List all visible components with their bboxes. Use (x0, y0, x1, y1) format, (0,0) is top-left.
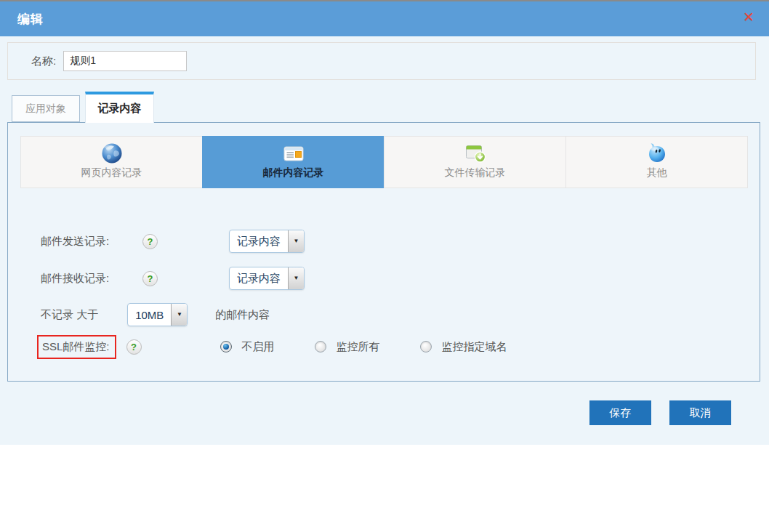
name-label: 名称: (31, 55, 56, 68)
help-icon[interactable]: ? (142, 271, 158, 286)
radio-option-disable: 不启用 (220, 340, 275, 354)
mail-send-record-label: 邮件发送记录: (41, 235, 142, 249)
chevron-down-icon[interactable]: ▼ (171, 304, 187, 326)
selected-option: 10MB (128, 304, 171, 326)
dialog-titlebar: 编辑 ✕ (0, 0, 769, 36)
ssl-monitor-label: SSL邮件监控: (37, 335, 116, 359)
chevron-down-icon[interactable]: ▼ (288, 230, 304, 252)
close-icon[interactable]: ✕ (743, 10, 754, 24)
record-content-panel: 网页内容记录 邮件内容记录 (7, 122, 760, 382)
mail-record-form: 邮件发送记录: ? 记录内容 ▼ 邮件接收记录: ? 记录内容 ▼ (41, 229, 760, 359)
size-limit-row: 不记录 大于 10MB ▼ 的邮件内容 (41, 302, 760, 327)
size-limit-prefix: 不记录 大于 (41, 308, 98, 322)
card-web-content-record[interactable]: 网页内容记录 (20, 136, 203, 188)
name-row: 名称: (7, 42, 756, 80)
save-button[interactable]: 保存 (589, 400, 651, 425)
chevron-down-icon[interactable]: ▼ (288, 267, 304, 289)
selected-option: 记录内容 (230, 230, 288, 252)
help-icon[interactable]: ? (126, 339, 142, 355)
dialog-body: 名称: 应用对象 记录内容 (0, 36, 769, 445)
card-label: 文件传输记录 (445, 166, 506, 180)
mail-receive-record-row: 邮件接收记录: ? 记录内容 ▼ (41, 266, 760, 291)
mail-receive-record-select[interactable]: 记录内容 ▼ (229, 267, 305, 290)
tab-application-object[interactable]: 应用对象 (12, 95, 80, 122)
name-input[interactable] (63, 51, 187, 71)
mail-icon (282, 142, 305, 165)
size-limit-select[interactable]: 10MB ▼ (127, 303, 188, 326)
chat-bubble-icon (645, 142, 669, 165)
card-label: 邮件内容记录 (263, 166, 324, 180)
selected-option: 记录内容 (230, 267, 288, 289)
cancel-button[interactable]: 取消 (669, 400, 731, 425)
radio-option-monitor-domains: 监控指定域名 (420, 340, 507, 354)
radio-monitor-all[interactable] (315, 341, 326, 352)
category-card-row: 网页内容记录 邮件内容记录 (20, 136, 748, 188)
mail-send-record-row: 邮件发送记录: ? 记录内容 ▼ (41, 229, 760, 254)
file-transfer-icon (464, 142, 487, 165)
tab-record-content[interactable]: 记录内容 (85, 92, 154, 123)
card-label: 其他 (647, 166, 667, 180)
card-other[interactable]: 其他 (565, 136, 748, 188)
radio-monitor-domains[interactable] (420, 341, 432, 352)
card-file-transfer-record[interactable]: 文件传输记录 (384, 136, 566, 188)
help-icon[interactable]: ? (142, 234, 158, 249)
edit-dialog: 编辑 ✕ 名称: 应用对象 记录内容 (0, 0, 769, 532)
dialog-title: 编辑 (17, 11, 44, 28)
action-bar: 保存 取消 (0, 400, 731, 425)
size-limit-suffix: 的邮件内容 (215, 308, 270, 322)
radio-label: 不启用 (242, 340, 275, 354)
mail-receive-record-label: 邮件接收记录: (41, 272, 142, 286)
globe-icon (100, 142, 124, 165)
ssl-monitor-row: SSL邮件监控: ? 不启用 监控所有 监控指定域名 (41, 334, 760, 359)
card-label: 网页内容记录 (81, 166, 142, 180)
card-mail-content-record[interactable]: 邮件内容记录 (202, 136, 384, 188)
mail-send-record-select[interactable]: 记录内容 ▼ (229, 230, 305, 253)
radio-label: 监控指定域名 (442, 340, 507, 354)
radio-option-monitor-all: 监控所有 (315, 340, 380, 354)
tab-bar: 应用对象 记录内容 (12, 92, 769, 123)
radio-disable[interactable] (220, 341, 232, 352)
radio-label: 监控所有 (337, 340, 380, 354)
